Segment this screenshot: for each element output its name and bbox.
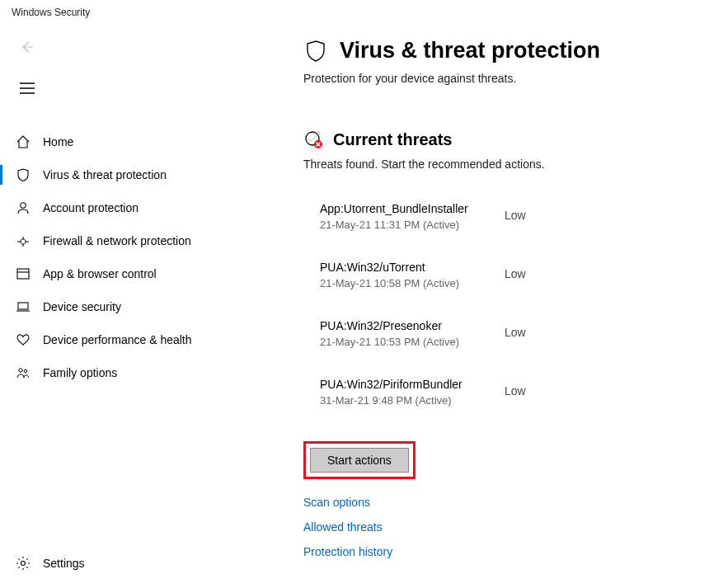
browser-icon bbox=[15, 266, 31, 282]
threat-info: PUA:Win32/PiriformBundler 31-Mar-21 9:48… bbox=[320, 378, 505, 407]
protection-history-link[interactable]: Protection history bbox=[303, 545, 693, 558]
start-actions-highlight: Start actions bbox=[303, 441, 416, 479]
sidebar-item-label: Device security bbox=[43, 300, 121, 313]
sidebar-item-label: Device performance & health bbox=[43, 333, 192, 346]
svg-rect-1 bbox=[17, 269, 29, 279]
threat-info: PUA:Win32/uTorrent 21-May-21 10:58 PM (A… bbox=[320, 261, 505, 289]
threat-info: PUA:Win32/Presenoker 21-May-21 10:53 PM … bbox=[320, 319, 505, 348]
heart-icon bbox=[15, 332, 31, 348]
sidebar-item-label: Settings bbox=[43, 557, 85, 570]
hamburger-icon bbox=[20, 82, 35, 94]
section-subtitle: Threats found. Start the recommended act… bbox=[303, 158, 693, 171]
threat-info: App:Utorrent_BundleInstaller 21-May-21 1… bbox=[320, 202, 505, 231]
svg-point-3 bbox=[19, 369, 22, 372]
sidebar-item-label: Virus & threat protection bbox=[43, 168, 167, 181]
shield-icon bbox=[15, 167, 31, 183]
sidebar-item-label: Account protection bbox=[43, 201, 139, 214]
back-arrow-icon bbox=[19, 39, 35, 55]
section-header: Current threats bbox=[303, 129, 693, 149]
threat-meta: 21-May-21 11:31 PM (Active) bbox=[320, 219, 505, 231]
threat-links: Scan options Allowed threats Protection … bbox=[303, 496, 693, 558]
svg-point-0 bbox=[21, 203, 26, 208]
threat-warning-icon bbox=[303, 129, 323, 149]
threat-meta: 21-May-21 10:58 PM (Active) bbox=[320, 277, 505, 289]
sidebar-item-virus-threat[interactable]: Virus & threat protection bbox=[0, 158, 280, 191]
page-subtitle: Protection for your device against threa… bbox=[303, 72, 693, 85]
family-icon bbox=[15, 365, 31, 381]
sidebar-item-device-security[interactable]: Device security bbox=[0, 290, 280, 323]
gear-icon bbox=[15, 555, 31, 572]
threat-name: PUA:Win32/Presenoker bbox=[320, 319, 505, 332]
page-title: Virus & threat protection bbox=[340, 38, 600, 64]
network-icon bbox=[15, 233, 31, 249]
svg-rect-2 bbox=[18, 303, 28, 309]
laptop-icon bbox=[15, 299, 31, 315]
sidebar-item-home[interactable]: Home bbox=[0, 125, 280, 158]
sidebar-item-app-browser[interactable]: App & browser control bbox=[0, 257, 280, 290]
content-pane: Virus & threat protection Protection for… bbox=[280, 23, 709, 588]
sidebar-item-firewall[interactable]: Firewall & network protection bbox=[0, 224, 280, 257]
section-title: Current threats bbox=[333, 130, 452, 149]
sidebar-item-device-performance[interactable]: Device performance & health bbox=[0, 323, 280, 356]
nav-list: Home Virus & threat protection Account p… bbox=[0, 125, 280, 389]
threat-name: App:Utorrent_BundleInstaller bbox=[320, 202, 505, 215]
current-threats-section: Current threats Threats found. Start the… bbox=[303, 129, 693, 558]
app-body: Home Virus & threat protection Account p… bbox=[0, 23, 709, 588]
sidebar-item-account-protection[interactable]: Account protection bbox=[0, 191, 280, 224]
svg-point-4 bbox=[24, 369, 27, 373]
hamburger-button[interactable] bbox=[15, 76, 40, 101]
start-actions-button[interactable]: Start actions bbox=[310, 448, 409, 473]
threat-row[interactable]: PUA:Win32/uTorrent 21-May-21 10:58 PM (A… bbox=[320, 261, 693, 289]
threat-meta: 21-May-21 10:53 PM (Active) bbox=[320, 336, 505, 348]
back-button[interactable] bbox=[15, 35, 40, 59]
scan-options-link[interactable]: Scan options bbox=[303, 496, 693, 509]
threat-name: PUA:Win32/PiriformBundler bbox=[320, 378, 505, 391]
svg-point-5 bbox=[21, 562, 26, 566]
threat-severity: Low bbox=[505, 202, 526, 222]
shield-icon bbox=[303, 39, 328, 64]
page-header: Virus & threat protection bbox=[303, 38, 693, 64]
sidebar-item-settings[interactable]: Settings bbox=[0, 547, 280, 580]
threat-row[interactable]: App:Utorrent_BundleInstaller 21-May-21 1… bbox=[320, 202, 693, 231]
person-icon bbox=[15, 200, 31, 216]
window-title: Windows Security bbox=[0, 0, 709, 23]
sidebar-item-label: Home bbox=[43, 135, 73, 148]
sidebar-item-label: Family options bbox=[43, 366, 117, 379]
threat-row[interactable]: PUA:Win32/Presenoker 21-May-21 10:53 PM … bbox=[320, 319, 693, 348]
threat-severity: Low bbox=[505, 261, 526, 280]
threat-severity: Low bbox=[505, 378, 526, 397]
threat-list: App:Utorrent_BundleInstaller 21-May-21 1… bbox=[303, 202, 693, 407]
threat-severity: Low bbox=[505, 319, 526, 339]
sidebar-item-label: App & browser control bbox=[43, 267, 157, 280]
nav-pane: Home Virus & threat protection Account p… bbox=[0, 23, 280, 588]
sidebar-item-label: Firewall & network protection bbox=[43, 234, 191, 247]
threat-row[interactable]: PUA:Win32/PiriformBundler 31-Mar-21 9:48… bbox=[320, 378, 693, 407]
threat-meta: 31-Mar-21 9:48 PM (Active) bbox=[320, 394, 505, 407]
allowed-threats-link[interactable]: Allowed threats bbox=[303, 520, 693, 534]
home-icon bbox=[15, 134, 31, 150]
sidebar-item-family[interactable]: Family options bbox=[0, 356, 280, 389]
threat-name: PUA:Win32/uTorrent bbox=[320, 261, 505, 274]
